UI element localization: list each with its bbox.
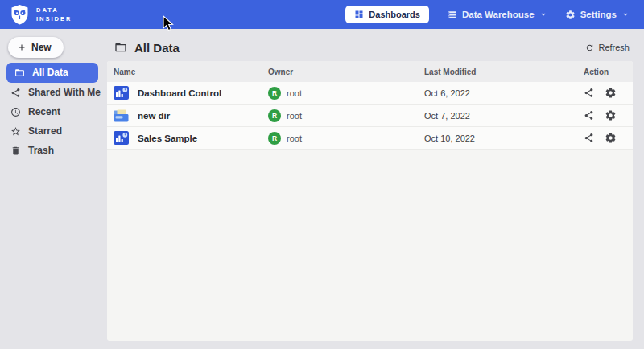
table-row[interactable]: Sales Sample R root Oct 10, 2022 [107, 127, 633, 150]
last-modified-date: Oct 7, 2022 [424, 111, 584, 121]
gear-icon[interactable] [605, 87, 617, 99]
dashboard-file-icon [114, 131, 129, 145]
plus-icon [17, 43, 27, 52]
logo-text-line1: DATA [36, 6, 72, 14]
settings-label: Settings [580, 10, 617, 19]
gear-icon[interactable] [605, 109, 617, 121]
owner-name: root [287, 111, 302, 121]
table-row[interactable]: Dashboard Control R root Oct 6, 2022 [107, 82, 633, 105]
owner-avatar: R [268, 132, 281, 145]
last-modified-date: Oct 6, 2022 [424, 88, 584, 98]
new-button[interactable]: New [8, 37, 64, 58]
owner-name: root [287, 88, 302, 98]
sidebar-item-trash[interactable]: Trash [0, 142, 103, 160]
column-header-name: Name [114, 68, 268, 76]
table-header: Name Owner Last Modified Action [107, 61, 633, 82]
sidebar-item-label: Shared With Me [28, 84, 101, 102]
settings-menu[interactable]: Settings [565, 10, 630, 20]
owner-avatar: R [268, 87, 281, 100]
sidebar-item-starred[interactable]: Starred [0, 122, 103, 141]
new-button-label: New [31, 42, 52, 53]
data-table-card: Name Owner Last Modified Action [107, 61, 633, 341]
sidebar: New All Data Shared With Me [0, 29, 103, 349]
sidebar-nav: All Data Shared With Me Recent [0, 63, 103, 160]
page-title: All Data [114, 41, 180, 55]
top-bar: DATA INSIDER Dashboards Data Warehouse [0, 0, 644, 29]
folder-icon [114, 41, 127, 54]
dashboard-grid-icon [354, 10, 364, 19]
database-icon [447, 10, 457, 20]
owl-logo-icon [10, 4, 30, 25]
sidebar-item-label: Trash [28, 142, 54, 160]
gear-icon[interactable] [605, 132, 617, 144]
sidebar-item-all-data[interactable]: All Data [6, 63, 98, 83]
owner-name: root [287, 133, 302, 143]
app-logo: DATA INSIDER [10, 4, 72, 25]
folder-icon [14, 68, 25, 78]
sidebar-item-shared-with-me[interactable]: Shared With Me [0, 84, 103, 102]
clock-icon [10, 107, 21, 117]
data-warehouse-label: Data Warehouse [462, 10, 535, 19]
chevron-down-icon [539, 10, 547, 18]
star-icon [10, 126, 21, 137]
folder-file-icon [114, 109, 129, 122]
last-modified-date: Oct 10, 2022 [424, 133, 584, 143]
column-header-owner: Owner [268, 68, 424, 76]
sidebar-item-label: All Data [32, 64, 68, 82]
file-name: Dashboard Control [138, 88, 221, 98]
dashboards-label: Dashboards [369, 10, 420, 19]
table-row[interactable]: new dir R root Oct 7, 2022 [107, 105, 633, 127]
main-content: All Data Refresh Name Owner Last Modifie… [103, 29, 644, 349]
file-name: Sales Sample [138, 133, 197, 143]
trash-icon [10, 146, 21, 156]
share-icon[interactable] [584, 133, 594, 143]
sidebar-item-label: Recent [28, 103, 60, 121]
file-name: new dir [138, 111, 170, 121]
share-icon[interactable] [584, 88, 594, 98]
share-icon [10, 88, 21, 98]
dashboards-button[interactable]: Dashboards [345, 6, 429, 23]
refresh-label: Refresh [598, 43, 630, 52]
page-title-label: All Data [134, 41, 180, 55]
dashboard-file-icon [114, 86, 129, 100]
column-header-last-modified: Last Modified [424, 68, 584, 76]
share-icon[interactable] [584, 110, 594, 121]
sidebar-item-label: Starred [28, 122, 62, 141]
owner-avatar: R [268, 109, 281, 122]
gear-icon [565, 10, 576, 20]
refresh-icon [585, 43, 594, 52]
column-header-action: Action [584, 68, 633, 76]
refresh-button[interactable]: Refresh [585, 43, 630, 52]
chevron-down-icon [621, 10, 630, 18]
logo-text-line2: INSIDER [36, 14, 72, 23]
data-warehouse-menu[interactable]: Data Warehouse [447, 10, 547, 20]
sidebar-item-recent[interactable]: Recent [0, 103, 103, 121]
